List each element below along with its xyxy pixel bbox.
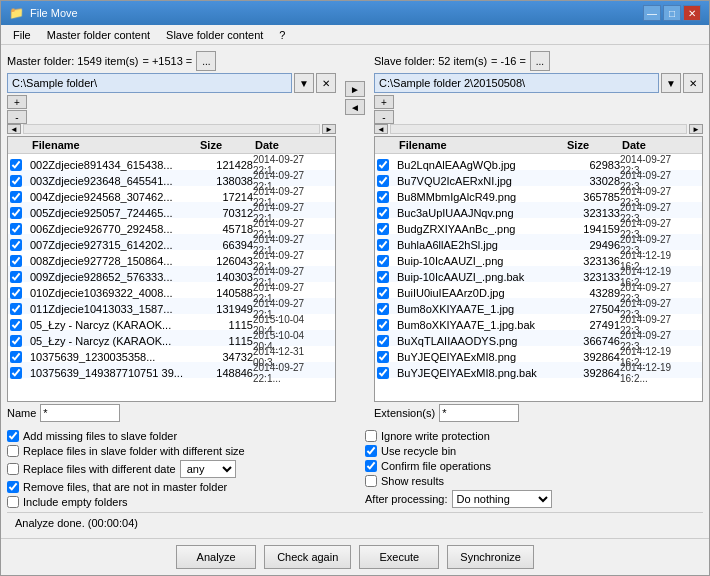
table-row[interactable]: 008Zdjecie927728_150864... 126043 2014-0… <box>8 250 335 266</box>
slave-right-arrow[interactable]: ► <box>689 124 703 134</box>
transfer-left-button[interactable]: ◄ <box>345 99 365 115</box>
table-row[interactable]: 05_Łzy - Narcyz (KARAOK... 1115 2015-10-… <box>8 330 335 346</box>
add-missing-checkbox[interactable] <box>7 430 19 442</box>
file-checkbox[interactable] <box>10 255 22 267</box>
slave-scroll-down[interactable]: - <box>374 110 394 124</box>
file-checkbox[interactable] <box>10 287 22 299</box>
file-checkbox[interactable] <box>377 319 389 331</box>
table-row[interactable]: 010Zdjecie10369322_4008... 140588 2014-0… <box>8 282 335 298</box>
master-path-input[interactable] <box>7 73 292 93</box>
table-row[interactable]: Buc3aUpIUAAJNqv.png 323133 2014-09-27 22… <box>375 202 702 218</box>
file-checkbox[interactable] <box>10 319 22 331</box>
file-checkbox[interactable] <box>377 335 389 347</box>
file-checkbox[interactable] <box>10 159 22 171</box>
file-checkbox[interactable] <box>10 303 22 315</box>
table-row[interactable]: BuiIU0iuIEAArz0D.jpg 43289 2014-09-27 22… <box>375 282 702 298</box>
slave-path-input[interactable] <box>374 73 659 93</box>
table-row[interactable]: 004Zdjecie924568_307462... 17214 2014-09… <box>8 186 335 202</box>
master-name-filter[interactable] <box>40 404 120 422</box>
table-row[interactable]: Bum8oXKIYAA7E_1.jpg.bak 27491 2014-09-27… <box>375 314 702 330</box>
table-row[interactable]: Buip-10IcAAUZI_.png 323136 2014-12-19 16… <box>375 250 702 266</box>
menu-slave[interactable]: Slave folder content <box>158 28 271 42</box>
synchronize-button[interactable]: Synchronize <box>447 545 534 569</box>
replace-size-checkbox[interactable] <box>7 445 19 457</box>
file-checkbox[interactable] <box>377 239 389 251</box>
table-row[interactable]: 006Zdjecie926770_292458... 45718 2014-09… <box>8 218 335 234</box>
slave-ext-filter[interactable] <box>439 404 519 422</box>
master-right-arrow[interactable]: ► <box>322 124 336 134</box>
table-row[interactable]: 007Zdjecie927315_614202... 66394 2014-09… <box>8 234 335 250</box>
file-checkbox[interactable] <box>377 271 389 283</box>
file-checkbox[interactable] <box>10 239 22 251</box>
table-row[interactable]: 10375639_1230035358... 34732 2014-12-31 … <box>8 346 335 362</box>
file-checkbox[interactable] <box>377 303 389 315</box>
after-processing-select[interactable]: Do nothing Shutdown Hibernate <box>452 490 552 508</box>
table-row[interactable]: BuYJEQEIYAExMI8.png 392864 2014-12-19 16… <box>375 346 702 362</box>
file-checkbox[interactable] <box>377 159 389 171</box>
replace-date-checkbox[interactable] <box>7 463 19 475</box>
master-close-button[interactable]: ✕ <box>316 73 336 93</box>
table-row[interactable]: Bum8oXKIYAA7E_1.jpg 27504 2014-09-27 22:… <box>375 298 702 314</box>
slave-more-button[interactable]: ... <box>530 51 550 71</box>
file-checkbox[interactable] <box>10 367 22 379</box>
check-again-button[interactable]: Check again <box>264 545 351 569</box>
table-row[interactable]: BuhlaA6llAE2hSl.jpg 29496 2014-09-27 22:… <box>375 234 702 250</box>
table-row[interactable]: 005Zdjecie925057_724465... 70312 2014-09… <box>8 202 335 218</box>
confirm-ops-checkbox[interactable] <box>365 460 377 472</box>
master-more-button[interactable]: ... <box>196 51 216 71</box>
minimize-button[interactable]: — <box>643 5 661 21</box>
table-row[interactable]: 05_Łzy - Narcyz (KARAOK... 1115 2015-10-… <box>8 314 335 330</box>
table-row[interactable]: BuYJEQEIYAExMI8.png.bak 392864 2014-12-1… <box>375 362 702 378</box>
file-checkbox[interactable] <box>10 335 22 347</box>
file-checkbox[interactable] <box>377 223 389 235</box>
menu-file[interactable]: File <box>5 28 39 42</box>
master-dropdown-button[interactable]: ▼ <box>294 73 314 93</box>
transfer-right-button[interactable]: ► <box>345 81 365 97</box>
table-row[interactable]: Bu7VQU2IcAERxNI.jpg 33028 2014-09-27 22:… <box>375 170 702 186</box>
slave-scroll-up[interactable]: + <box>374 95 394 109</box>
file-checkbox[interactable] <box>10 351 22 363</box>
file-checkbox[interactable] <box>377 255 389 267</box>
table-row[interactable]: 002Zdjecie891434_615438... 121428 2014-0… <box>8 154 335 170</box>
slave-close-button[interactable]: ✕ <box>683 73 703 93</box>
menu-master[interactable]: Master folder content <box>39 28 158 42</box>
menu-help[interactable]: ? <box>271 28 293 42</box>
execute-button[interactable]: Execute <box>359 545 439 569</box>
file-checkbox[interactable] <box>10 271 22 283</box>
file-checkbox[interactable] <box>10 207 22 219</box>
table-row[interactable]: BudgZRXIYAAnBc_.png 194159 2014-09-27 22… <box>375 218 702 234</box>
show-results-checkbox[interactable] <box>365 475 377 487</box>
file-checkbox[interactable] <box>377 175 389 187</box>
file-checkbox[interactable] <box>377 351 389 363</box>
table-row[interactable]: Buip-10IcAAUZI_.png.bak 323133 2014-12-1… <box>375 266 702 282</box>
slave-dropdown-button[interactable]: ▼ <box>661 73 681 93</box>
file-checkbox[interactable] <box>377 367 389 379</box>
ignore-write-checkbox[interactable] <box>365 430 377 442</box>
file-checkbox[interactable] <box>10 191 22 203</box>
file-checkbox[interactable] <box>10 175 22 187</box>
table-row[interactable]: 009Zdjecie928652_576333... 140303 2014-0… <box>8 266 335 282</box>
replace-date-select[interactable]: any newer older <box>180 460 236 478</box>
table-row[interactable]: 003Zdjecie923648_645541... 138038 2014-0… <box>8 170 335 186</box>
slave-hscroll[interactable] <box>390 124 687 134</box>
table-row[interactable]: 011Zdjecie10413033_1587... 131949 2014-0… <box>8 298 335 314</box>
remove-not-master-checkbox[interactable] <box>7 481 19 493</box>
master-scroll-up[interactable]: + <box>7 95 27 109</box>
master-left-arrow[interactable]: ◄ <box>7 124 21 134</box>
include-empty-checkbox[interactable] <box>7 496 19 508</box>
close-button[interactable]: ✕ <box>683 5 701 21</box>
file-checkbox[interactable] <box>10 223 22 235</box>
master-scroll-down[interactable]: - <box>7 110 27 124</box>
file-checkbox[interactable] <box>377 287 389 299</box>
file-checkbox[interactable] <box>377 191 389 203</box>
table-row[interactable]: 10375639_149387710751 39... 148846 2014-… <box>8 362 335 378</box>
table-row[interactable]: Bu8MMbmIgAlcR49.png 365785 2014-09-27 22… <box>375 186 702 202</box>
table-row[interactable]: Bu2LqnAlEAAgWQb.jpg 62983 2014-09-27 22:… <box>375 154 702 170</box>
slave-left-arrow[interactable]: ◄ <box>374 124 388 134</box>
use-recycle-checkbox[interactable] <box>365 445 377 457</box>
table-row[interactable]: BuXqTLAIIAAODYS.png 366746 2014-09-27 22… <box>375 330 702 346</box>
file-checkbox[interactable] <box>377 207 389 219</box>
master-hscroll[interactable] <box>23 124 320 134</box>
maximize-button[interactable]: □ <box>663 5 681 21</box>
analyze-button[interactable]: Analyze <box>176 545 256 569</box>
